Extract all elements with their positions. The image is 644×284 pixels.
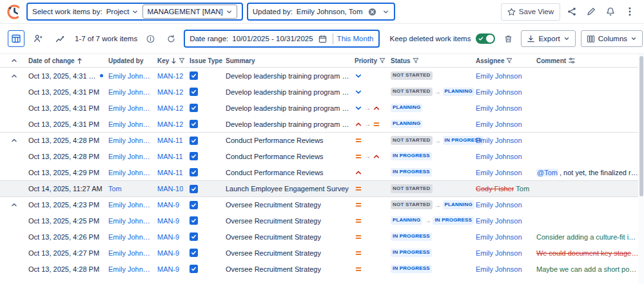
annotate-pen-button[interactable] — [583, 4, 599, 19]
this-month-button[interactable]: This Month — [337, 35, 374, 43]
collapse-group-icon[interactable] — [10, 137, 18, 144]
info-button[interactable] — [142, 31, 158, 46]
column-header-key[interactable]: Key — [157, 57, 190, 64]
updated-by-filter[interactable]: Updated by: Emily Johnson, Tom — [247, 3, 395, 21]
work-item-key-link[interactable]: MAN-11 — [157, 169, 183, 176]
column-header-date-of-change[interactable]: Date of change — [28, 57, 108, 64]
work-item-key-link[interactable]: MAN-9 — [157, 249, 179, 257]
column-header-priority[interactable]: Priority — [355, 57, 391, 64]
updated-by-link[interactable]: Tom — [108, 185, 122, 193]
table-row[interactable]: Oct 13, 2025, 4:27 PMEmily JohnsonMAN-9O… — [0, 245, 644, 261]
notifications-bell-button[interactable] — [603, 4, 618, 19]
table-row[interactable]: Oct 13, 2025, 4:31 PMEmily JohnsonMAN-12… — [0, 100, 644, 116]
assignee-link[interactable]: Emily Johnson — [476, 88, 522, 96]
keep-deleted-toggle[interactable] — [476, 33, 495, 44]
assignee-link[interactable]: Emily Johnson — [476, 249, 522, 257]
project-dropdown[interactable]: MANAGEMENT [MAN] — [142, 5, 237, 19]
assignee-link[interactable]: Emily Johnson — [476, 137, 522, 144]
vertical-scrollbar[interactable] — [638, 54, 644, 284]
column-settings-icon[interactable] — [568, 57, 576, 64]
collapse-all-icon[interactable] — [10, 57, 18, 64]
work-item-key-link[interactable]: MAN-9 — [157, 233, 179, 241]
work-item-key-link[interactable]: MAN-12 — [157, 120, 183, 128]
assignee-link[interactable]: Emily Johnson — [476, 72, 522, 80]
table-view-button[interactable] — [8, 30, 24, 47]
columns-button[interactable]: Columns — [581, 30, 643, 47]
work-item-key-link[interactable]: MAN-9 — [157, 265, 179, 273]
table-row[interactable]: Oct 13, 2025, 4:25 PMEmily JohnsonMAN-9O… — [0, 213, 644, 229]
mention-link[interactable]: @Tom — [536, 169, 558, 176]
updated-by-link[interactable]: Emily Johnson — [108, 153, 152, 160]
column-header-assignee[interactable]: Assignee — [476, 57, 536, 64]
updated-by-link[interactable]: Emily Johnson — [108, 233, 152, 241]
work-item-key-link[interactable]: MAN-12 — [157, 72, 183, 80]
share-button[interactable] — [564, 4, 580, 19]
updated-by-link[interactable]: Emily Johnson — [108, 217, 152, 225]
table-row[interactable]: Oct 14, 2025, 11:27 AMTomMAN-10Launch Em… — [0, 180, 644, 196]
work-item-key-link[interactable]: MAN-9 — [157, 217, 179, 225]
filter-mode-dropdown[interactable]: Project — [106, 8, 139, 15]
people-view-button[interactable] — [30, 30, 46, 47]
updated-by-link[interactable]: Emily Johnson — [108, 104, 152, 112]
assignee-link[interactable]: Emily Johnson — [476, 120, 522, 128]
updated-by-link[interactable]: Emily Johnson — [108, 88, 152, 96]
table-row[interactable]: Oct 13, 2025, 4:28 PMEmily JohnsonMAN-11… — [0, 148, 644, 164]
assignee-link[interactable]: Emily Johnson — [476, 153, 522, 160]
assignee-link[interactable]: Emily Johnson — [476, 233, 522, 241]
sort-ascending-icon[interactable] — [77, 57, 83, 64]
calendar-button[interactable] — [317, 33, 329, 44]
work-item-key-link[interactable]: MAN-10 — [157, 185, 183, 193]
refresh-button[interactable] — [163, 31, 179, 46]
filter-icon[interactable] — [379, 57, 385, 64]
scrollbar-thumb[interactable] — [639, 56, 643, 196]
table-row[interactable]: Oct 13, 2025, 4:28 PMEmily JohnsonMAN-9O… — [0, 261, 644, 277]
updated-by-link[interactable]: Emily Johnson — [108, 201, 152, 209]
table-row[interactable]: Oct 13, 2025, 4:29 PMEmily JohnsonMAN-11… — [0, 164, 644, 180]
work-item-key-link[interactable]: MAN-9 — [157, 201, 179, 209]
column-header-updated-by[interactable]: Updated by — [108, 57, 157, 64]
date-range-value[interactable]: 10/01/2025 - 10/31/2025 — [232, 35, 313, 43]
table-row[interactable]: Oct 13, 2025, 4:23 PMEmily JohnsonMAN-9O… — [0, 196, 644, 213]
table-row[interactable]: Oct 13, 2025, 4:31 PMEmily JohnsonMAN-12… — [0, 84, 644, 100]
updated-by-link[interactable]: Emily Johnson — [108, 265, 152, 273]
assignee-link[interactable]: Emily Johnson — [476, 104, 522, 112]
change-date: Oct 13, 2025, 4:28 PM — [28, 153, 99, 160]
work-item-key-link[interactable]: MAN-11 — [157, 137, 183, 144]
column-header-comment[interactable]: Comment — [536, 57, 644, 64]
table-row[interactable]: Oct 13, 2025, 4:28 PMEmily JohnsonMAN-11… — [0, 132, 644, 148]
work-item-key-link[interactable]: MAN-11 — [157, 153, 183, 160]
filter-icon[interactable] — [506, 57, 512, 64]
export-button[interactable]: Export — [521, 30, 575, 47]
table-row[interactable]: Oct 13, 2025, 4:26 PMEmily JohnsonMAN-9O… — [0, 229, 644, 245]
assignee-link[interactable]: Emily Johnson — [476, 201, 522, 209]
chart-view-button[interactable] — [52, 30, 68, 47]
table-row[interactable]: Oct 13, 2025, 4:31 PMEmily JohnsonMAN-12… — [0, 68, 644, 84]
assignee-link[interactable]: Emily Johnson — [476, 217, 522, 225]
work-item-key-link[interactable]: MAN-12 — [157, 88, 183, 96]
filter-icon[interactable] — [413, 57, 419, 64]
history-app-logo-icon[interactable] — [6, 4, 23, 20]
sort-descending-icon[interactable] — [171, 57, 177, 64]
column-label: Date of change — [28, 57, 75, 64]
work-item-key-link[interactable]: MAN-12 — [157, 104, 183, 112]
clear-filter-button[interactable] — [367, 6, 378, 17]
assignee-link[interactable]: Emily Johnson — [476, 265, 522, 273]
delete-button[interactable] — [500, 31, 516, 46]
updated-by-link[interactable]: Emily Johnson — [108, 169, 152, 176]
collapse-all-cell[interactable] — [10, 57, 28, 64]
summary-text: Conduct Performance Reviews — [226, 137, 324, 144]
collapse-group-icon[interactable] — [10, 201, 18, 209]
column-header-issue-type[interactable]: Issue Type — [190, 57, 226, 64]
save-view-button[interactable]: Save View — [501, 3, 560, 21]
assignee-link[interactable]: Emily Johnson — [476, 169, 522, 176]
updated-by-link[interactable]: Emily Johnson — [108, 249, 152, 257]
updated-by-link[interactable]: Emily Johnson — [108, 72, 152, 80]
column-header-status[interactable]: Status — [391, 57, 476, 64]
updated-by-link[interactable]: Emily Johnson — [108, 137, 152, 144]
column-header-summary[interactable]: Summary — [226, 57, 355, 64]
more-menu-button[interactable] — [622, 4, 638, 19]
updated-by-link[interactable]: Emily Johnson — [108, 120, 152, 128]
filter-icon[interactable] — [179, 57, 185, 64]
collapse-group-icon[interactable] — [10, 72, 18, 80]
table-row[interactable]: Oct 13, 2025, 4:31 PMEmily JohnsonMAN-12… — [0, 116, 644, 132]
